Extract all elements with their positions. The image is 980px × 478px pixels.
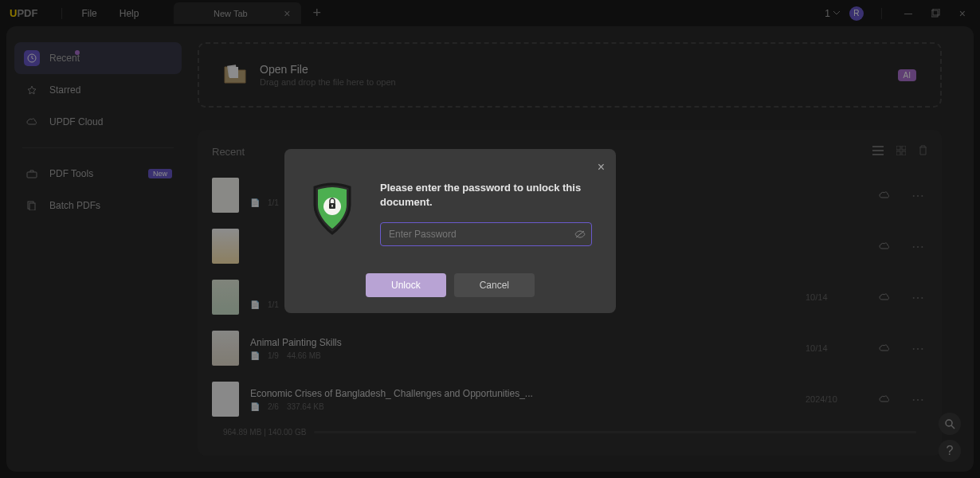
modal-overlay: × Please enter the password to unlock th… bbox=[0, 0, 980, 478]
svg-rect-16 bbox=[332, 206, 333, 207]
password-input[interactable] bbox=[380, 222, 592, 246]
toggle-visibility-icon[interactable] bbox=[574, 227, 586, 241]
password-modal: × Please enter the password to unlock th… bbox=[284, 149, 616, 313]
cancel-button[interactable]: Cancel bbox=[454, 273, 535, 297]
unlock-button[interactable]: Unlock bbox=[366, 273, 446, 297]
shield-lock-icon bbox=[308, 181, 356, 237]
modal-close-button[interactable]: × bbox=[598, 160, 605, 174]
modal-message: Please enter the password to unlock this… bbox=[380, 181, 592, 210]
